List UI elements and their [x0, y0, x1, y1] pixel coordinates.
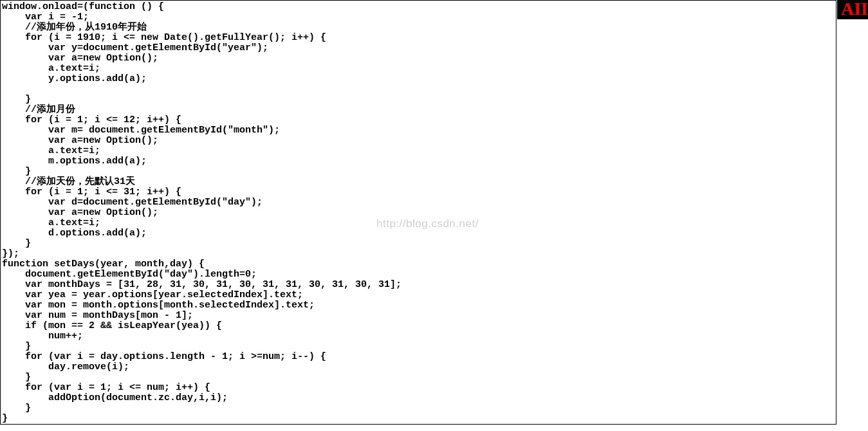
code-frame: window.onload=(function () { var i = -1;…	[0, 0, 836, 425]
code-block: window.onload=(function () { var i = -1;…	[1, 1, 836, 425]
corner-badge: AII	[837, 0, 868, 19]
